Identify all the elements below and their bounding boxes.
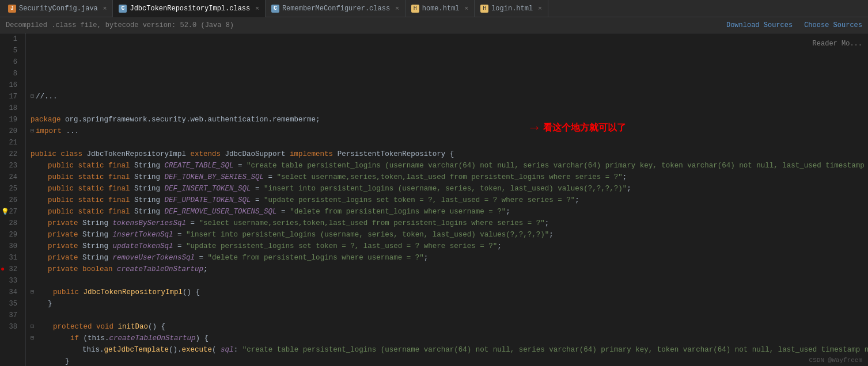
- tab-close-button[interactable]: ×: [395, 5, 399, 12]
- tab-remember-me[interactable]: CRememberMeConfigurer.class×: [266, 0, 405, 17]
- line-num-text: 24: [9, 171, 17, 183]
- tab-home-html[interactable]: Hhome.html×: [405, 0, 475, 17]
- line-number-18: 18: [0, 102, 21, 114]
- tab-label: SecurityConfig.java: [19, 5, 98, 13]
- html-tab-icon: H: [411, 5, 419, 13]
- line-num-text: 8: [13, 68, 17, 79]
- line-number-22: 22: [0, 148, 21, 160]
- line-number-38: 38: [0, 321, 21, 333]
- line-num-text: 6: [13, 56, 17, 68]
- code-line-19: public static final String DEF_TOKEN_BY_…: [31, 171, 868, 183]
- line-num-text: 32: [9, 264, 17, 275]
- line-num-text: 35: [9, 298, 17, 310]
- line-num-text: 19: [9, 114, 17, 125]
- code-line-1: ⊟//...: [31, 91, 868, 102]
- tab-label: RememberMeConfigurer.class: [282, 5, 390, 13]
- line-number-6: 6: [0, 56, 21, 68]
- tab-security-config[interactable]: JSecurityConfig.java×: [2, 0, 113, 17]
- info-bar: Decompiled .class file, bytecode version…: [0, 17, 868, 33]
- decompiled-info: Decompiled .class file, bytecode version…: [6, 21, 234, 29]
- tab-close-button[interactable]: ×: [103, 5, 107, 12]
- line-number-30: 30: [0, 241, 21, 252]
- code-line-16: [31, 137, 868, 148]
- tab-label: login.html: [491, 5, 533, 13]
- line-number-17: 17: [0, 91, 21, 102]
- line-number-8: 8: [0, 68, 21, 79]
- line-num-text: 34: [9, 287, 17, 298]
- code-line-32: ⊟ protected void initDao() {: [31, 321, 868, 333]
- tab-close-button[interactable]: ×: [255, 5, 259, 12]
- line-number-1: 1: [0, 33, 21, 45]
- line-number-25: 25: [0, 183, 21, 195]
- line-number-28: 28: [0, 218, 21, 229]
- line-number-27: 💡27: [0, 206, 21, 218]
- code-line-33: ⊟ if (this.createTableOnStartup) {: [31, 333, 868, 344]
- tab-label: home.html: [422, 5, 460, 13]
- line-num-text: 20: [9, 125, 17, 137]
- line-num-text: 37: [9, 310, 17, 321]
- line-number-5: 5: [0, 45, 21, 56]
- line-number-20: 20: [0, 125, 21, 137]
- line-num-text: 27: [9, 206, 17, 218]
- line-num-text: 17: [9, 91, 17, 102]
- code-line-34: this.getJdbcTemplate().execute( sql: "cr…: [31, 344, 868, 356]
- tab-close-button[interactable]: ×: [538, 5, 542, 12]
- code-line-30: }: [31, 298, 868, 310]
- line-num-text: 18: [9, 102, 17, 114]
- line-num-text: 21: [9, 137, 17, 148]
- code-line-22: public static final String DEF_REMOVE_US…: [31, 206, 868, 218]
- line-number-24: 24: [0, 171, 21, 183]
- code-line-6: package org.springframework.security.web…: [31, 114, 868, 125]
- code-line-28: [31, 275, 868, 287]
- reader-mode-label[interactable]: Reader Mo...: [813, 38, 862, 49]
- line-num-text: 16: [9, 79, 17, 91]
- line-num-text: 5: [13, 45, 17, 56]
- line-number-34: 34: [0, 287, 21, 298]
- line-num-text: 1: [13, 33, 17, 45]
- choose-sources-link[interactable]: Choose Sources: [804, 21, 862, 29]
- code-area[interactable]: Reader Mo... → 看这个地方就可以了 ⊟//...package o…: [26, 33, 868, 366]
- watermark: CSDN @Wayfreem: [809, 357, 862, 364]
- code-line-17: public class JdbcTokenRepositoryImpl ext…: [31, 148, 868, 160]
- download-sources-link[interactable]: Download Sources: [726, 21, 793, 29]
- line-num-text: 31: [9, 252, 17, 264]
- code-line-26: private String removeUserTokensSql = "de…: [31, 252, 868, 264]
- line-number-16: 16: [0, 79, 21, 91]
- line-numbers: 15681617181920212223242526💡2728293031●32…: [0, 33, 26, 366]
- line-num-text: 23: [9, 160, 17, 171]
- code-line-31: [31, 310, 868, 321]
- gutter-breakpoint-icon: ●: [1, 264, 5, 275]
- line-num-text: 22: [9, 148, 17, 160]
- line-number-32: ●32: [0, 264, 21, 275]
- line-num-text: 28: [9, 218, 17, 229]
- line-num-text: 25: [9, 183, 17, 195]
- line-number-21: 21: [0, 137, 21, 148]
- line-number-29: 29: [0, 229, 21, 241]
- code-line-25: private String updateTokenSql = "update …: [31, 241, 868, 252]
- line-num-text: 33: [9, 275, 17, 287]
- line-num-text: 29: [9, 229, 17, 241]
- tab-jdbc-token[interactable]: CJdbcTokenRepositoryImpl.class×: [113, 0, 265, 17]
- line-number-33: 33: [0, 275, 21, 287]
- editor-container: 15681617181920212223242526💡2728293031●32…: [0, 33, 868, 366]
- tab-bar: JSecurityConfig.java×CJdbcTokenRepositor…: [0, 0, 868, 17]
- tab-close-button[interactable]: ×: [465, 5, 469, 12]
- code-line-29: ⊟ public JdbcTokenRepositoryImpl() {: [31, 287, 868, 298]
- line-number-37: 37: [0, 310, 21, 321]
- line-num-text: 30: [9, 241, 17, 252]
- code-line-24: private String insertTokenSql = "insert …: [31, 229, 868, 241]
- class-tab-icon: C: [119, 5, 127, 13]
- code-line-18: public static final String CREATE_TABLE_…: [31, 160, 868, 171]
- line-number-19: 19: [0, 114, 21, 125]
- line-number-26: 26: [0, 195, 21, 206]
- line-num-text: 38: [9, 321, 17, 333]
- code-line-8: ⊟import ...: [31, 125, 868, 137]
- java-tab-icon: J: [8, 5, 16, 13]
- tab-login-html[interactable]: Hlogin.html×: [475, 0, 548, 17]
- code-line-23: private String tokensBySeriesSql = "sele…: [31, 218, 868, 229]
- class-tab-icon: C: [271, 5, 279, 13]
- gutter-warning-icon: 💡: [1, 206, 9, 218]
- code-line-27: private boolean createTableOnStartup;: [31, 264, 868, 275]
- line-number-35: 35: [0, 298, 21, 310]
- line-number-31: 31: [0, 252, 21, 264]
